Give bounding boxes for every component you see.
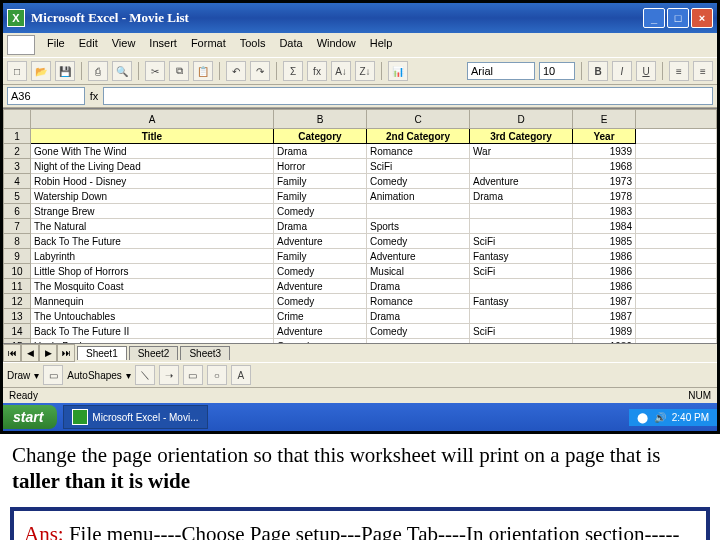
cell[interactable]: Adventure xyxy=(274,324,367,339)
cell[interactable]: Adventure xyxy=(470,174,573,189)
autoshapes-menu[interactable]: AutoShapes xyxy=(67,370,122,381)
cell[interactable]: 1986 xyxy=(573,279,636,294)
cell[interactable]: 1984 xyxy=(573,219,636,234)
cell[interactable] xyxy=(367,204,470,219)
tab-first-icon[interactable]: ⏮ xyxy=(3,344,21,362)
cell[interactable]: Sports xyxy=(367,219,470,234)
fx-icon[interactable]: fx xyxy=(307,61,327,81)
undo-icon[interactable]: ↶ xyxy=(226,61,246,81)
rect-icon[interactable]: ▭ xyxy=(183,365,203,385)
cell[interactable]: Animation xyxy=(367,189,470,204)
font-name[interactable]: Arial xyxy=(467,62,535,80)
save-icon[interactable]: 💾 xyxy=(55,61,75,81)
cell[interactable]: Adventure xyxy=(274,279,367,294)
italic-icon[interactable]: I xyxy=(612,61,632,81)
cell[interactable]: Labyrinth xyxy=(31,249,274,264)
cell[interactable]: Strange Brew xyxy=(31,204,274,219)
cell[interactable]: Family xyxy=(274,189,367,204)
cell[interactable]: Back To The Future xyxy=(31,234,274,249)
maximize-button[interactable]: □ xyxy=(667,8,689,28)
spreadsheet-grid[interactable]: A B C D E 1 Title Category 2nd Category … xyxy=(3,108,717,343)
tab-sheet3[interactable]: Sheet3 xyxy=(180,346,230,360)
menu-help[interactable]: Help xyxy=(364,35,399,55)
cell[interactable]: Drama xyxy=(470,189,573,204)
row-header[interactable]: 3 xyxy=(4,159,31,174)
cell[interactable]: Night of the Living Dead xyxy=(31,159,274,174)
menu-file[interactable]: File xyxy=(41,35,71,55)
start-button[interactable]: start xyxy=(3,405,57,429)
cell[interactable]: 1968 xyxy=(573,159,636,174)
row-header[interactable]: 12 xyxy=(4,294,31,309)
cell[interactable]: War xyxy=(470,144,573,159)
new-icon[interactable]: □ xyxy=(7,61,27,81)
sum-icon[interactable]: Σ xyxy=(283,61,303,81)
cell[interactable]: Family xyxy=(274,249,367,264)
row-header[interactable]: 2 xyxy=(4,144,31,159)
cell[interactable]: The Untouchables xyxy=(31,309,274,324)
draw-menu[interactable]: Draw xyxy=(7,370,30,381)
row-header[interactable]: 7 xyxy=(4,219,31,234)
cell[interactable]: Fantasy xyxy=(470,249,573,264)
row-header[interactable]: 10 xyxy=(4,264,31,279)
cell[interactable]: Comedy xyxy=(367,174,470,189)
sort-desc-icon[interactable]: Z↓ xyxy=(355,61,375,81)
sort-asc-icon[interactable]: A↓ xyxy=(331,61,351,81)
cell[interactable] xyxy=(470,309,573,324)
cell[interactable]: Gone With The Wind xyxy=(31,144,274,159)
cell[interactable] xyxy=(470,219,573,234)
row-header[interactable]: 5 xyxy=(4,189,31,204)
print-icon[interactable]: ⎙ xyxy=(88,61,108,81)
font-size[interactable]: 10 xyxy=(539,62,575,80)
preview-icon[interactable]: 🔍 xyxy=(112,61,132,81)
cell[interactable]: The Natural xyxy=(31,219,274,234)
cell[interactable]: Crime xyxy=(274,309,367,324)
header-year[interactable]: Year xyxy=(573,129,636,144)
header-category[interactable]: Category xyxy=(274,129,367,144)
col-A[interactable]: A xyxy=(31,110,274,129)
cell[interactable]: Drama xyxy=(367,309,470,324)
menu-edit[interactable]: Edit xyxy=(73,35,104,55)
cell[interactable]: 1985 xyxy=(573,234,636,249)
align-left-icon[interactable]: ≡ xyxy=(669,61,689,81)
cell[interactable]: Drama xyxy=(367,279,470,294)
select-icon[interactable]: ▭ xyxy=(43,365,63,385)
line-icon[interactable]: ＼ xyxy=(135,365,155,385)
row-header[interactable]: 14 xyxy=(4,324,31,339)
cell[interactable] xyxy=(470,159,573,174)
cell[interactable]: Comedy xyxy=(274,264,367,279)
cell[interactable]: Drama xyxy=(274,144,367,159)
cell[interactable]: Comedy xyxy=(367,324,470,339)
minimize-button[interactable]: _ xyxy=(643,8,665,28)
menu-tools[interactable]: Tools xyxy=(234,35,272,55)
header-cat2[interactable]: 2nd Category xyxy=(367,129,470,144)
cell[interactable]: SciFi xyxy=(367,159,470,174)
name-box[interactable]: A36 xyxy=(7,87,85,105)
header-cat3[interactable]: 3rd Category xyxy=(470,129,573,144)
row-header[interactable]: 13 xyxy=(4,309,31,324)
cell[interactable]: 1986 xyxy=(573,249,636,264)
cell[interactable]: Robin Hood - Disney xyxy=(31,174,274,189)
row-header[interactable]: 9 xyxy=(4,249,31,264)
cell[interactable]: Family xyxy=(274,174,367,189)
cut-icon[interactable]: ✂ xyxy=(145,61,165,81)
cell[interactable]: Adventure xyxy=(274,234,367,249)
open-icon[interactable]: 📂 xyxy=(31,61,51,81)
cell[interactable]: 1989 xyxy=(573,324,636,339)
close-button[interactable]: × xyxy=(691,8,713,28)
taskbar-app[interactable]: Microsoft Excel - Movi... xyxy=(63,405,207,429)
cell[interactable]: SciFi xyxy=(470,264,573,279)
cell[interactable]: Romance xyxy=(367,144,470,159)
tab-last-icon[interactable]: ⏭ xyxy=(57,344,75,362)
chart-icon[interactable]: 📊 xyxy=(388,61,408,81)
row-header[interactable]: 4 xyxy=(4,174,31,189)
cell[interactable]: 1939 xyxy=(573,144,636,159)
cell[interactable]: Comedy xyxy=(274,204,367,219)
system-tray[interactable]: ⬤ 🔊 2:40 PM xyxy=(629,409,717,426)
cell[interactable]: Comedy xyxy=(274,294,367,309)
row-header[interactable]: 8 xyxy=(4,234,31,249)
cell[interactable]: SciFi xyxy=(470,324,573,339)
redo-icon[interactable]: ↷ xyxy=(250,61,270,81)
menu-format[interactable]: Format xyxy=(185,35,232,55)
menu-insert[interactable]: Insert xyxy=(143,35,183,55)
cell[interactable]: Back To The Future II xyxy=(31,324,274,339)
